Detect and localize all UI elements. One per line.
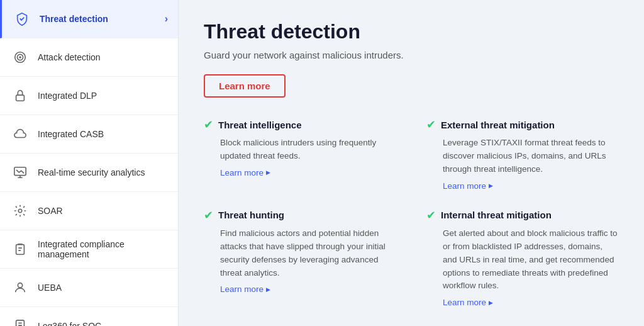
sidebar-item-soar[interactable]: SOAR bbox=[0, 192, 178, 230]
page-title: Threat detection bbox=[204, 20, 619, 43]
svg-point-5 bbox=[18, 209, 22, 213]
cloud-icon bbox=[10, 124, 30, 144]
feature-learn-more-link[interactable]: Learn more bbox=[426, 181, 619, 191]
feature-title: Internal threat mitigation bbox=[441, 210, 552, 220]
sidebar-item-label: Integrated DLP bbox=[38, 91, 168, 101]
feature-description: Get alerted about and block malicious tr… bbox=[426, 227, 619, 293]
feature-threat-intelligence: ✔ Threat intelligence Block malicious in… bbox=[204, 118, 396, 191]
sidebar: Threat detection › Attack detection Inte… bbox=[0, 0, 179, 326]
learn-more-button[interactable]: Learn more bbox=[204, 74, 286, 98]
check-icon: ✔ bbox=[426, 208, 436, 222]
feature-header: ✔ Internal threat mitigation bbox=[426, 208, 619, 222]
feature-external-threat: ✔ External threat mitigation Leverage ST… bbox=[426, 118, 619, 191]
gear-icon bbox=[10, 201, 30, 221]
sidebar-item-label: SOAR bbox=[38, 206, 168, 216]
feature-header: ✔ External threat mitigation bbox=[426, 118, 619, 132]
feature-learn-more-link[interactable]: Learn more bbox=[204, 284, 396, 294]
sidebar-item-compliance[interactable]: Integrated compliance management bbox=[0, 230, 178, 269]
chevron-right-icon: › bbox=[165, 13, 168, 25]
lock-icon bbox=[10, 86, 30, 106]
target-icon bbox=[10, 47, 30, 67]
feature-internal-threat: ✔ Internal threat mitigation Get alerted… bbox=[426, 208, 619, 308]
check-icon: ✔ bbox=[204, 208, 213, 222]
shield-icon bbox=[12, 9, 32, 29]
sidebar-item-label: Log360 for SOC bbox=[38, 321, 168, 326]
svg-rect-6 bbox=[16, 245, 25, 255]
document-icon bbox=[10, 316, 30, 326]
check-icon: ✔ bbox=[204, 118, 213, 132]
sidebar-item-label: Attack detection bbox=[38, 52, 168, 62]
sidebar-item-ueba[interactable]: UEBA bbox=[0, 269, 178, 307]
clipboard-icon bbox=[10, 239, 30, 259]
sidebar-item-threat-detection[interactable]: Threat detection › bbox=[0, 0, 178, 38]
sidebar-item-label: Integrated CASB bbox=[38, 129, 168, 139]
page-subtitle: Guard your network against malicious int… bbox=[204, 50, 619, 60]
user-icon bbox=[10, 278, 30, 298]
features-grid: ✔ Threat intelligence Block malicious in… bbox=[204, 118, 619, 307]
sidebar-item-label: UEBA bbox=[38, 283, 168, 293]
sidebar-item-integrated-casb[interactable]: Integrated CASB bbox=[0, 115, 178, 154]
sidebar-item-label: Integrated compliance management bbox=[38, 239, 168, 259]
sidebar-item-label: Real-time security analytics bbox=[38, 167, 168, 177]
check-icon: ✔ bbox=[426, 118, 436, 132]
feature-threat-hunting: ✔ Threat hunting Find malicious actors a… bbox=[204, 208, 396, 308]
svg-point-2 bbox=[19, 57, 21, 58]
feature-title: Threat intelligence bbox=[218, 120, 302, 130]
main-content: Threat detection Guard your network agai… bbox=[179, 0, 644, 326]
monitor-icon bbox=[10, 162, 30, 183]
feature-title: Threat hunting bbox=[218, 210, 284, 220]
feature-title: External threat mitigation bbox=[441, 120, 555, 130]
sidebar-item-log360-soc[interactable]: Log360 for SOC bbox=[0, 307, 178, 326]
feature-header: ✔ Threat intelligence bbox=[204, 118, 396, 132]
feature-learn-more-link[interactable]: Learn more bbox=[204, 168, 396, 177]
sidebar-item-real-time-analytics[interactable]: Real-time security analytics bbox=[0, 154, 178, 192]
feature-description: Find malicious actors and potential hidd… bbox=[204, 227, 396, 280]
sidebar-item-attack-detection[interactable]: Attack detection bbox=[0, 38, 178, 77]
sidebar-item-integrated-dlp[interactable]: Integrated DLP bbox=[0, 77, 178, 115]
feature-description: Block malicious intruders using frequent… bbox=[204, 137, 396, 163]
feature-header: ✔ Threat hunting bbox=[204, 208, 396, 222]
sidebar-item-label: Threat detection bbox=[40, 14, 157, 24]
feature-description: Leverage STIX/TAXII format threat feeds … bbox=[426, 137, 619, 176]
svg-rect-3 bbox=[16, 95, 25, 101]
feature-learn-more-link[interactable]: Learn more bbox=[426, 298, 619, 307]
svg-point-7 bbox=[18, 283, 22, 288]
